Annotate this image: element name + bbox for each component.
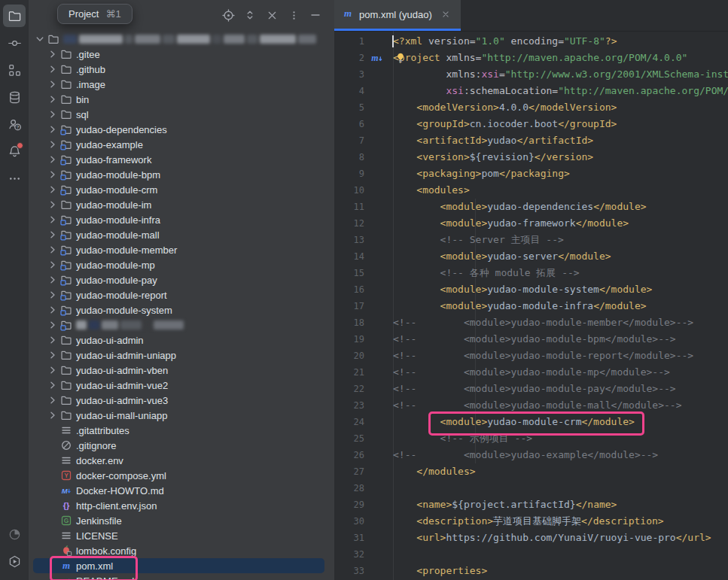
tree-item-yudao-ui-admin-vue3[interactable]: yudao-ui-admin-vue3 (33, 393, 324, 408)
chevron-down-icon[interactable] (33, 33, 46, 45)
tree-item-yudao-dependencies[interactable]: yudao-dependencies (33, 122, 324, 137)
tree-item-redacted[interactable] (33, 317, 324, 333)
line-number: 7 (334, 135, 369, 146)
close-icon[interactable] (440, 9, 451, 20)
tree-item-LICENSE[interactable]: LICENSE (33, 528, 324, 543)
tab-pom-xml[interactable]: m pom.xml (yudao) (334, 0, 461, 29)
code-text: <module>yudao-module-infra</module> (393, 298, 647, 314)
stripe-profiler-button[interactable] (3, 523, 26, 545)
chevron-right-icon[interactable] (46, 379, 59, 391)
editor[interactable]: m pom.xml (yudao) 1<?xml version="1.0" e… (334, 0, 728, 580)
chevron-right-icon[interactable] (46, 409, 59, 421)
gutter-separator (393, 31, 394, 580)
gutter-spacer (369, 167, 393, 181)
chevron-right-icon[interactable] (46, 259, 59, 271)
tree-item-.gitattributes[interactable]: .gitattributes (33, 423, 324, 438)
tree-item-yudao-module-report[interactable]: yudao-module-report (33, 287, 324, 302)
chevron-right-icon[interactable] (46, 153, 59, 165)
tree-item-sql[interactable]: sql (33, 107, 324, 122)
tree-item-docker-compose.yml[interactable]: Ydocker-compose.yml (33, 468, 324, 483)
tool-window-stripe: ? (0, 0, 29, 580)
chevron-right-icon[interactable] (46, 138, 59, 150)
chevron-right-icon[interactable] (46, 319, 59, 331)
maven-sync-icon[interactable]: m (369, 51, 393, 65)
tree-item-yudao-framework[interactable]: yudao-framework (33, 152, 324, 167)
stripe-services-button[interactable] (3, 550, 26, 572)
stripe-help-button[interactable]: ? (3, 113, 26, 135)
gutter-spacer (369, 564, 393, 578)
stripe-notifications-button[interactable] (3, 140, 26, 162)
project-tree[interactable]: .gitee.github.imagebinsqlyudao-dependenc… (29, 32, 334, 580)
tree-item-yudao-ui-admin-uniapp[interactable]: yudao-ui-admin-uniapp (33, 348, 324, 363)
tree-item-yudao-ui-admin-vben[interactable]: yudao-ui-admin-vben (33, 363, 324, 378)
chevron-right-icon[interactable] (46, 63, 59, 75)
tooltip-title: Project (69, 8, 99, 20)
tree-item-redacted[interactable] (33, 32, 324, 47)
stripe-commit-button[interactable] (3, 32, 26, 54)
tree-item-label: yudao-module-pay (76, 275, 157, 286)
chevron-right-icon[interactable] (46, 78, 59, 90)
more-vertical-icon[interactable] (287, 8, 300, 22)
tree-item-.gitee[interactable]: .gitee (33, 47, 324, 62)
tree-item-yudao-module-im[interactable]: yudao-module-im (33, 197, 324, 212)
tree-item-docker.env[interactable]: docker.env (33, 453, 324, 468)
line-number: 16 (334, 284, 369, 295)
tree-item-yudao-module-system[interactable]: yudao-module-system (33, 302, 324, 317)
code-text: <module>yudao-module-system</module> (393, 281, 652, 298)
tree-item-README.md[interactable]: MREADME.md (33, 573, 324, 580)
intention-bulb-icon[interactable] (394, 52, 407, 64)
chevron-right-icon[interactable] (46, 123, 59, 135)
chevron-right-icon[interactable] (46, 108, 59, 120)
chevron-right-icon[interactable] (46, 274, 59, 286)
locate-file-icon[interactable] (221, 8, 235, 22)
tree-item-http-client.env.json[interactable]: {}http-client.env.json (33, 498, 324, 513)
tree-item-yudao-ui-mall-uniapp[interactable]: yudao-ui-mall-uniapp (33, 408, 324, 423)
tree-item-yudao-module-mp[interactable]: yudao-module-mp (33, 257, 324, 272)
tree-item-pom.xml[interactable]: mpom.xml (33, 558, 324, 573)
line-number: 13 (334, 235, 369, 245)
chevron-right-icon[interactable] (46, 229, 59, 241)
chevron-right-icon[interactable] (46, 93, 59, 105)
chevron-right-icon[interactable] (46, 184, 59, 196)
stripe-structure-button[interactable] (3, 59, 26, 81)
tree-item-yudao-module-infra[interactable]: yudao-module-infra (33, 212, 324, 227)
chevron-right-icon[interactable] (46, 214, 59, 226)
tree-item-Jenkinsfile[interactable]: GJenkinsfile (33, 513, 324, 528)
chevron-right-icon[interactable] (46, 289, 59, 301)
tree-item-.github[interactable]: .github (33, 62, 324, 77)
chevron-right-icon[interactable] (46, 244, 59, 256)
chevron-right-icon[interactable] (46, 169, 59, 181)
line-number: 2 (334, 53, 369, 63)
tree-item-Docker-HOWTO.md[interactable]: MDocker-HOWTO.md (33, 483, 324, 498)
chevron-right-icon[interactable] (46, 199, 59, 211)
chevron-right-icon[interactable] (46, 349, 59, 361)
folder-module-icon (59, 274, 73, 286)
stripe-more-horizontal-button[interactable] (3, 167, 26, 190)
tree-item-yudao-example[interactable]: yudao-example (33, 137, 324, 152)
tree-item-.image[interactable]: .image (33, 77, 324, 92)
chevron-right-icon[interactable] (46, 364, 59, 376)
tree-item-yudao-ui-admin[interactable]: yudao-ui-admin (33, 333, 324, 348)
line-number: 20 (334, 351, 369, 361)
chevron-right-icon[interactable] (46, 394, 59, 406)
tree-item-label: .gitattributes (76, 425, 129, 436)
tree-item-bin[interactable]: bin (33, 92, 324, 107)
hide-panel-icon[interactable] (309, 8, 322, 22)
chevron-right-icon[interactable] (46, 334, 59, 346)
expand-collapse-icon[interactable] (243, 8, 257, 22)
tree-item-yudao-module-crm[interactable]: yudao-module-crm (33, 182, 324, 197)
tree-item-yudao-module-bpm[interactable]: yudao-module-bpm (33, 167, 324, 182)
tree-item-yudao-module-mall[interactable]: yudao-module-mall (33, 227, 324, 242)
stripe-database-button[interactable] (3, 86, 26, 108)
chevron-right-icon[interactable] (46, 48, 59, 60)
tree-item-yudao-module-pay[interactable]: yudao-module-pay (33, 272, 324, 287)
tree-item-yudao-module-member[interactable]: yudao-module-member (33, 242, 324, 257)
redacted-block (177, 35, 210, 44)
collapse-all-icon[interactable] (265, 8, 279, 22)
tree-item-lombok.config[interactable]: lombok.config (33, 543, 324, 558)
chevron-right-icon[interactable] (46, 304, 59, 316)
tree-item-yudao-ui-admin-vue2[interactable]: yudao-ui-admin-vue2 (33, 378, 324, 393)
stripe-project-folder-button[interactable] (3, 5, 26, 27)
tree-item-label: yudao-framework (76, 154, 151, 165)
tree-item-.gitignore[interactable]: .gitignore (33, 438, 324, 453)
